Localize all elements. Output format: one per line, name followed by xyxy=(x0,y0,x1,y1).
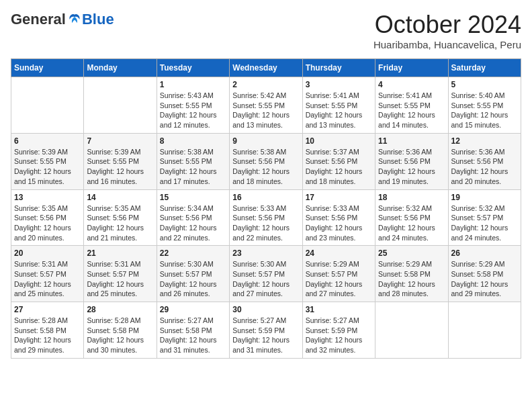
calendar-week-3: 13Sunrise: 5:35 AMSunset: 5:56 PMDayligh… xyxy=(11,189,521,246)
calendar-cell: 14Sunrise: 5:35 AMSunset: 5:56 PMDayligh… xyxy=(84,189,157,246)
calendar-cell: 11Sunrise: 5:36 AMSunset: 5:56 PMDayligh… xyxy=(375,133,448,189)
day-number: 29 xyxy=(160,305,226,314)
weekday-header-thursday: Thursday xyxy=(302,59,375,77)
day-info: Sunrise: 5:39 AMSunset: 5:55 PMDaylight:… xyxy=(14,147,81,187)
bird-icon xyxy=(67,12,82,27)
calendar-cell: 15Sunrise: 5:34 AMSunset: 5:56 PMDayligh… xyxy=(157,189,229,246)
calendar-cell: 21Sunrise: 5:31 AMSunset: 5:57 PMDayligh… xyxy=(84,246,157,302)
logo-blue: Blue xyxy=(82,11,114,28)
day-info: Sunrise: 5:30 AMSunset: 5:57 PMDaylight:… xyxy=(232,259,299,299)
day-number: 9 xyxy=(232,136,299,146)
calendar-cell xyxy=(448,302,521,359)
day-number: 27 xyxy=(14,305,81,314)
day-number: 7 xyxy=(87,136,153,146)
day-info: Sunrise: 5:35 AMSunset: 5:56 PMDaylight:… xyxy=(87,203,153,243)
day-info: Sunrise: 5:29 AMSunset: 5:58 PMDaylight:… xyxy=(378,259,445,299)
day-info: Sunrise: 5:38 AMSunset: 5:55 PMDaylight:… xyxy=(160,147,226,187)
day-number: 8 xyxy=(160,136,226,146)
calendar-table: SundayMondayTuesdayWednesdayThursdayFrid… xyxy=(11,58,521,359)
day-number: 10 xyxy=(306,136,372,146)
day-info: Sunrise: 5:43 AMSunset: 5:55 PMDaylight:… xyxy=(160,91,226,130)
day-info: Sunrise: 5:33 AMSunset: 5:56 PMDaylight:… xyxy=(232,203,299,243)
day-number: 20 xyxy=(14,248,81,258)
day-number: 26 xyxy=(451,248,518,258)
day-number: 2 xyxy=(232,80,299,89)
calendar-cell: 29Sunrise: 5:27 AMSunset: 5:58 PMDayligh… xyxy=(157,302,229,359)
day-info: Sunrise: 5:29 AMSunset: 5:58 PMDaylight:… xyxy=(451,259,518,299)
calendar-cell: 31Sunrise: 5:27 AMSunset: 5:59 PMDayligh… xyxy=(302,302,375,359)
calendar-cell: 25Sunrise: 5:29 AMSunset: 5:58 PMDayligh… xyxy=(375,246,448,302)
location-title: Huaribamba, Huancavelica, Peru xyxy=(373,39,521,50)
calendar-week-5: 27Sunrise: 5:28 AMSunset: 5:58 PMDayligh… xyxy=(11,302,521,359)
day-info: Sunrise: 5:29 AMSunset: 5:57 PMDaylight:… xyxy=(306,259,372,299)
day-info: Sunrise: 5:28 AMSunset: 5:58 PMDaylight:… xyxy=(14,316,81,355)
weekday-header-sunday: Sunday xyxy=(11,59,84,77)
weekday-header-tuesday: Tuesday xyxy=(157,59,229,77)
day-number: 14 xyxy=(87,193,153,202)
day-info: Sunrise: 5:28 AMSunset: 5:58 PMDaylight:… xyxy=(87,316,153,355)
day-info: Sunrise: 5:27 AMSunset: 5:59 PMDaylight:… xyxy=(232,316,299,355)
day-number: 11 xyxy=(378,136,445,146)
day-info: Sunrise: 5:41 AMSunset: 5:55 PMDaylight:… xyxy=(378,91,445,130)
day-info: Sunrise: 5:27 AMSunset: 5:58 PMDaylight:… xyxy=(160,316,226,355)
day-number: 13 xyxy=(14,193,81,202)
calendar-cell: 13Sunrise: 5:35 AMSunset: 5:56 PMDayligh… xyxy=(11,189,84,246)
calendar-cell: 3Sunrise: 5:41 AMSunset: 5:55 PMDaylight… xyxy=(302,77,375,134)
calendar-cell: 23Sunrise: 5:30 AMSunset: 5:57 PMDayligh… xyxy=(230,246,302,302)
day-info: Sunrise: 5:38 AMSunset: 5:56 PMDaylight:… xyxy=(232,147,299,187)
calendar-week-1: 1Sunrise: 5:43 AMSunset: 5:55 PMDaylight… xyxy=(11,77,521,134)
day-info: Sunrise: 5:34 AMSunset: 5:56 PMDaylight:… xyxy=(160,203,226,243)
day-info: Sunrise: 5:39 AMSunset: 5:55 PMDaylight:… xyxy=(87,147,153,187)
calendar-week-2: 6Sunrise: 5:39 AMSunset: 5:55 PMDaylight… xyxy=(11,133,521,189)
day-number: 30 xyxy=(232,305,299,314)
calendar-cell: 27Sunrise: 5:28 AMSunset: 5:58 PMDayligh… xyxy=(11,302,84,359)
day-info: Sunrise: 5:33 AMSunset: 5:56 PMDaylight:… xyxy=(306,203,372,243)
day-info: Sunrise: 5:37 AMSunset: 5:56 PMDaylight:… xyxy=(306,147,372,187)
weekday-header-monday: Monday xyxy=(84,59,157,77)
calendar-cell: 30Sunrise: 5:27 AMSunset: 5:59 PMDayligh… xyxy=(230,302,302,359)
weekday-header-row: SundayMondayTuesdayWednesdayThursdayFrid… xyxy=(11,59,521,77)
day-number: 15 xyxy=(160,193,226,202)
day-number: 31 xyxy=(306,305,372,314)
calendar-cell: 18Sunrise: 5:32 AMSunset: 5:56 PMDayligh… xyxy=(375,189,448,246)
day-info: Sunrise: 5:27 AMSunset: 5:59 PMDaylight:… xyxy=(306,316,372,355)
calendar-cell: 17Sunrise: 5:33 AMSunset: 5:56 PMDayligh… xyxy=(302,189,375,246)
calendar-cell xyxy=(84,77,157,134)
weekday-header-friday: Friday xyxy=(375,59,448,77)
calendar-cell: 9Sunrise: 5:38 AMSunset: 5:56 PMDaylight… xyxy=(230,133,302,189)
weekday-header-wednesday: Wednesday xyxy=(230,59,302,77)
day-info: Sunrise: 5:40 AMSunset: 5:55 PMDaylight:… xyxy=(451,91,518,130)
day-info: Sunrise: 5:32 AMSunset: 5:56 PMDaylight:… xyxy=(378,203,445,243)
calendar-cell: 1Sunrise: 5:43 AMSunset: 5:55 PMDaylight… xyxy=(157,77,229,134)
logo: General Blue xyxy=(11,11,114,28)
day-info: Sunrise: 5:31 AMSunset: 5:57 PMDaylight:… xyxy=(87,259,153,299)
day-number: 16 xyxy=(232,193,299,202)
calendar-cell: 6Sunrise: 5:39 AMSunset: 5:55 PMDaylight… xyxy=(11,133,84,189)
day-number: 25 xyxy=(378,248,445,258)
calendar-cell: 12Sunrise: 5:36 AMSunset: 5:56 PMDayligh… xyxy=(448,133,521,189)
day-info: Sunrise: 5:35 AMSunset: 5:56 PMDaylight:… xyxy=(14,203,81,243)
calendar-cell: 5Sunrise: 5:40 AMSunset: 5:55 PMDaylight… xyxy=(448,77,521,134)
calendar-cell: 26Sunrise: 5:29 AMSunset: 5:58 PMDayligh… xyxy=(448,246,521,302)
calendar-cell: 19Sunrise: 5:32 AMSunset: 5:57 PMDayligh… xyxy=(448,189,521,246)
day-info: Sunrise: 5:42 AMSunset: 5:55 PMDaylight:… xyxy=(232,91,299,130)
calendar-cell: 2Sunrise: 5:42 AMSunset: 5:55 PMDaylight… xyxy=(230,77,302,134)
calendar-cell xyxy=(11,77,84,134)
calendar-cell: 28Sunrise: 5:28 AMSunset: 5:58 PMDayligh… xyxy=(84,302,157,359)
page-header: General Blue October 2024 Huaribamba, Hu… xyxy=(11,11,521,50)
month-title: October 2024 xyxy=(373,11,521,39)
day-number: 22 xyxy=(160,248,226,258)
calendar-cell xyxy=(375,302,448,359)
day-number: 4 xyxy=(378,80,445,89)
calendar-cell: 7Sunrise: 5:39 AMSunset: 5:55 PMDaylight… xyxy=(84,133,157,189)
day-number: 21 xyxy=(87,248,153,258)
day-number: 3 xyxy=(306,80,372,89)
day-info: Sunrise: 5:36 AMSunset: 5:56 PMDaylight:… xyxy=(378,147,445,187)
day-info: Sunrise: 5:36 AMSunset: 5:56 PMDaylight:… xyxy=(451,147,518,187)
day-number: 5 xyxy=(451,80,518,89)
calendar-cell: 20Sunrise: 5:31 AMSunset: 5:57 PMDayligh… xyxy=(11,246,84,302)
day-info: Sunrise: 5:31 AMSunset: 5:57 PMDaylight:… xyxy=(14,259,81,299)
day-number: 28 xyxy=(87,305,153,314)
weekday-header-saturday: Saturday xyxy=(448,59,521,77)
calendar-cell: 4Sunrise: 5:41 AMSunset: 5:55 PMDaylight… xyxy=(375,77,448,134)
